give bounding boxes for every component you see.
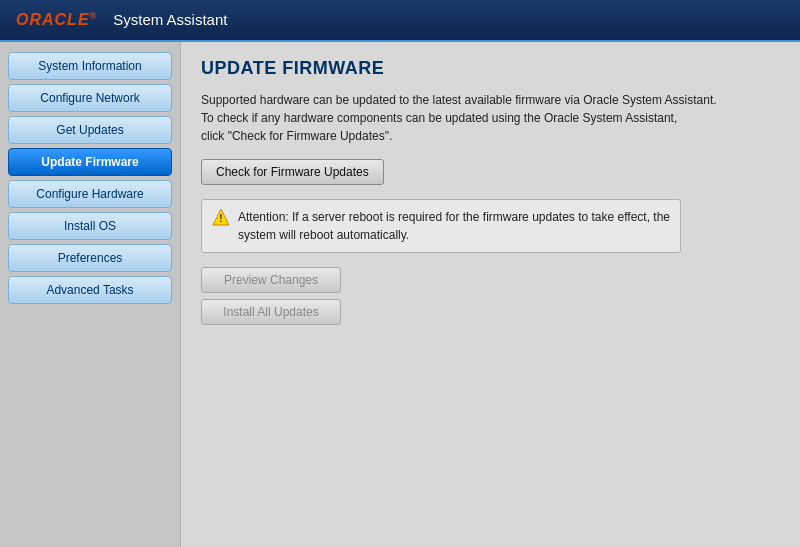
registered-mark: ® — [90, 11, 98, 21]
oracle-wordmark: ORACLE® — [16, 11, 97, 29]
oracle-text: ORACLE — [16, 11, 90, 28]
sidebar-item-configure-network[interactable]: Configure Network — [8, 84, 172, 112]
oracle-logo-group: ORACLE® System Assistant — [16, 11, 227, 29]
desc-line3: click "Check for Firmware Updates". — [201, 129, 392, 143]
warning-icon: ! — [212, 208, 230, 226]
sidebar-item-update-firmware[interactable]: Update Firmware — [8, 148, 172, 176]
sidebar-item-configure-hardware[interactable]: Configure Hardware — [8, 180, 172, 208]
check-firmware-button[interactable]: Check for Firmware Updates — [201, 159, 384, 185]
attention-box: ! Attention: If a server reboot is requi… — [201, 199, 681, 253]
main-container: System Information Configure Network Get… — [0, 42, 800, 547]
sidebar-item-preferences[interactable]: Preferences — [8, 244, 172, 272]
sidebar-item-get-updates[interactable]: Get Updates — [8, 116, 172, 144]
sidebar-item-install-os[interactable]: Install OS — [8, 212, 172, 240]
sidebar-item-advanced-tasks[interactable]: Advanced Tasks — [8, 276, 172, 304]
description-text: Supported hardware can be updated to the… — [201, 91, 780, 145]
svg-text:!: ! — [219, 213, 222, 224]
app-title: System Assistant — [113, 11, 227, 28]
desc-line1: Supported hardware can be updated to the… — [201, 93, 717, 107]
app-header: ORACLE® System Assistant — [0, 0, 800, 42]
desc-line2: To check if any hardware components can … — [201, 111, 677, 125]
content-area: UPDATE FIRMWARE Supported hardware can b… — [180, 42, 800, 547]
preview-changes-button[interactable]: Preview Changes — [201, 267, 341, 293]
install-all-updates-button[interactable]: Install All Updates — [201, 299, 341, 325]
sidebar-item-system-information[interactable]: System Information — [8, 52, 172, 80]
page-title: UPDATE FIRMWARE — [201, 58, 780, 79]
attention-text: Attention: If a server reboot is require… — [238, 208, 670, 244]
sidebar: System Information Configure Network Get… — [0, 42, 180, 547]
